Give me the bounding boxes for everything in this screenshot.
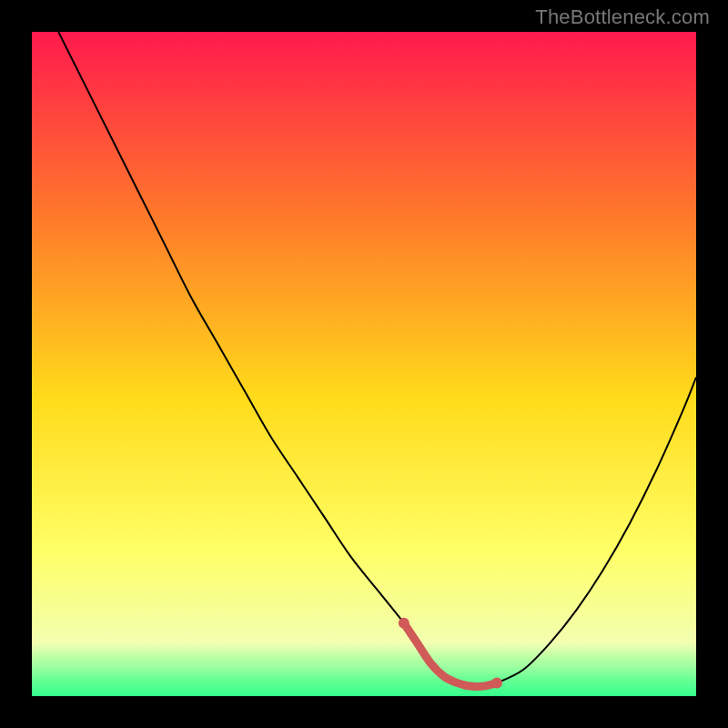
plot-area	[32, 32, 696, 696]
chart-frame: TheBottleneck.com	[0, 0, 728, 728]
gradient-band	[32, 685, 696, 696]
gradient-band	[32, 652, 696, 662]
attribution-label: TheBottleneck.com	[535, 5, 710, 29]
gradient-band	[32, 641, 696, 652]
highlight-endpoint	[399, 618, 410, 629]
gradient-band	[32, 663, 696, 674]
gradient-background	[32, 32, 696, 696]
gradient-band	[32, 630, 696, 641]
bottleneck-chart	[32, 32, 696, 696]
gradient-band	[32, 674, 696, 685]
highlight-endpoint	[491, 677, 502, 688]
